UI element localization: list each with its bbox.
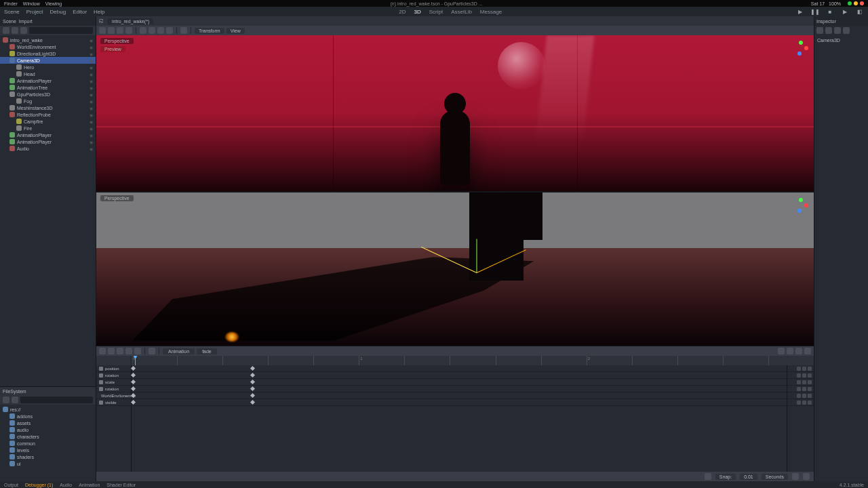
output-tab[interactable]: Output: [4, 483, 18, 487]
anim-last-frame-icon[interactable]: [134, 348, 141, 354]
viewport-mode-label[interactable]: Perspective: [100, 38, 134, 44]
axis-z-icon[interactable]: [797, 209, 802, 213]
transform-dropdown[interactable]: Transform: [195, 28, 224, 34]
anim-play-icon[interactable]: [125, 348, 132, 354]
tree-node[interactable]: MeshInstance3D◉: [0, 104, 96, 111]
fs-item[interactable]: ui: [0, 460, 96, 467]
visibility-icon[interactable]: ◉: [90, 140, 93, 144]
track-interp-icon[interactable]: [797, 373, 801, 378]
keyframe[interactable]: [131, 386, 136, 391]
keyframe[interactable]: [250, 373, 255, 378]
track-interp-icon[interactable]: [797, 394, 801, 398]
tree-node[interactable]: GpuParticles3D◉: [0, 91, 96, 98]
menu-project[interactable]: Project: [26, 9, 43, 15]
tree-node[interactable]: AnimationPlayer◉: [0, 138, 96, 145]
workspace-script[interactable]: Script: [429, 9, 443, 15]
track-loop-icon[interactable]: [802, 387, 806, 391]
visibility-icon[interactable]: ◉: [90, 133, 93, 138]
workspace-assetlib[interactable]: AssetLib: [451, 9, 472, 15]
track-lane[interactable]: [132, 379, 787, 386]
tree-node[interactable]: Campfire◉: [0, 118, 96, 125]
lock-icon[interactable]: [157, 27, 164, 34]
visibility-icon[interactable]: ◉: [90, 58, 93, 63]
track-name-row[interactable]: scale: [96, 379, 131, 386]
tab-scene[interactable]: Scene: [3, 19, 16, 24]
inspector-extra-icon[interactable]: [843, 27, 850, 34]
visibility-icon[interactable]: ◉: [90, 146, 93, 151]
tree-node[interactable]: AnimationPlayer◉: [0, 131, 96, 138]
axis-y-icon[interactable]: [799, 198, 803, 202]
scene-filter-input[interactable]: [29, 27, 93, 34]
fs-filter-input[interactable]: [20, 396, 93, 403]
anim-first-frame-icon[interactable]: [99, 348, 106, 354]
timeline-ruler[interactable]: 0123: [96, 356, 814, 365]
fs-back-icon[interactable]: [3, 396, 9, 403]
visibility-icon[interactable]: ◉: [90, 126, 93, 131]
keyframe[interactable]: [250, 366, 255, 371]
track-loop-icon[interactable]: [802, 367, 806, 371]
inspector-history-fwd-icon[interactable]: [825, 27, 832, 34]
anim-stop-icon[interactable]: [117, 348, 123, 354]
visibility-icon[interactable]: ◉: [90, 92, 93, 97]
keyframe[interactable]: [131, 393, 136, 398]
anim-time-icon[interactable]: [149, 348, 155, 354]
keyframe[interactable]: [250, 386, 255, 391]
track-loop-icon[interactable]: [802, 401, 806, 405]
tree-node[interactable]: ReflectionProbe◉: [0, 111, 96, 118]
track-delete-icon[interactable]: [808, 367, 812, 371]
tree-node[interactable]: Fire◉: [0, 125, 96, 131]
snap-value[interactable]: 0.01: [740, 474, 757, 480]
playhead[interactable]: [135, 356, 136, 365]
add-node-icon[interactable]: [3, 27, 9, 34]
visibility-icon[interactable]: ◉: [90, 45, 93, 49]
track-delete-icon[interactable]: [808, 394, 812, 398]
minimize-icon[interactable]: [848, 1, 852, 5]
filesystem-tree[interactable]: res://addonsassetsaudiocharacterscommonl…: [0, 405, 96, 481]
viewport-top[interactable]: Perspective Preview: [96, 35, 814, 191]
track-lane[interactable]: [132, 372, 787, 379]
tree-node[interactable]: Hero◉: [0, 64, 96, 70]
menu-debug[interactable]: Debug: [50, 9, 66, 15]
local-space-icon[interactable]: [149, 27, 155, 34]
scene-tree[interactable]: intro_red_wake◉WorldEnvironment◉Directio…: [0, 35, 96, 386]
track-lane[interactable]: [132, 365, 787, 372]
shader-editor-tab[interactable]: Shader Editor: [106, 483, 136, 487]
visibility-icon[interactable]: ◉: [90, 119, 93, 124]
fs-item[interactable]: audio: [0, 426, 96, 433]
anim-loop-icon[interactable]: [795, 348, 802, 354]
tree-node[interactable]: AnimationTree◉: [0, 84, 96, 91]
tree-node[interactable]: Camera3D◉: [0, 57, 96, 64]
zoom-in-icon[interactable]: [803, 473, 810, 480]
axis-x-icon[interactable]: [804, 203, 808, 207]
maximize-icon[interactable]: [854, 1, 858, 5]
visibility-icon[interactable]: ◉: [90, 72, 93, 77]
render-mode-icon[interactable]: ◧: [856, 7, 864, 16]
fs-item[interactable]: addons: [0, 413, 96, 420]
track-interp-icon[interactable]: [797, 401, 801, 405]
inspector-save-icon[interactable]: [834, 27, 841, 34]
orientation-gizmo[interactable]: [793, 198, 808, 213]
visibility-icon[interactable]: ◉: [90, 99, 93, 104]
inspector-body[interactable]: Camera3D: [814, 35, 868, 481]
visibility-icon[interactable]: ◉: [90, 38, 93, 43]
visibility-icon[interactable]: ◉: [90, 79, 93, 83]
fs-forward-icon[interactable]: [12, 396, 18, 403]
camera-override-icon[interactable]: [180, 27, 187, 34]
keyframe[interactable]: [131, 400, 136, 405]
gizmo-y-axis[interactable]: [476, 239, 477, 272]
workspace-2d[interactable]: 2D: [399, 9, 406, 15]
transform-gizmo[interactable]: [477, 272, 478, 274]
fs-item[interactable]: common: [0, 440, 96, 447]
play-project-icon[interactable]: ▶: [796, 7, 804, 16]
keyframe[interactable]: [250, 380, 255, 384]
tree-node[interactable]: AnimationPlayer◉: [0, 77, 96, 84]
fs-item[interactable]: shaders: [0, 453, 96, 460]
scale-tool-icon[interactable]: [125, 27, 132, 34]
anim-edit-icon[interactable]: [787, 348, 793, 354]
keyframe[interactable]: [131, 366, 136, 371]
track-delete-icon[interactable]: [808, 387, 812, 391]
os-menu-item[interactable]: Window: [23, 1, 40, 6]
inspector-history-back-icon[interactable]: [816, 27, 823, 34]
zoom-out-icon[interactable]: [792, 473, 799, 480]
menu-help[interactable]: Help: [94, 9, 104, 15]
